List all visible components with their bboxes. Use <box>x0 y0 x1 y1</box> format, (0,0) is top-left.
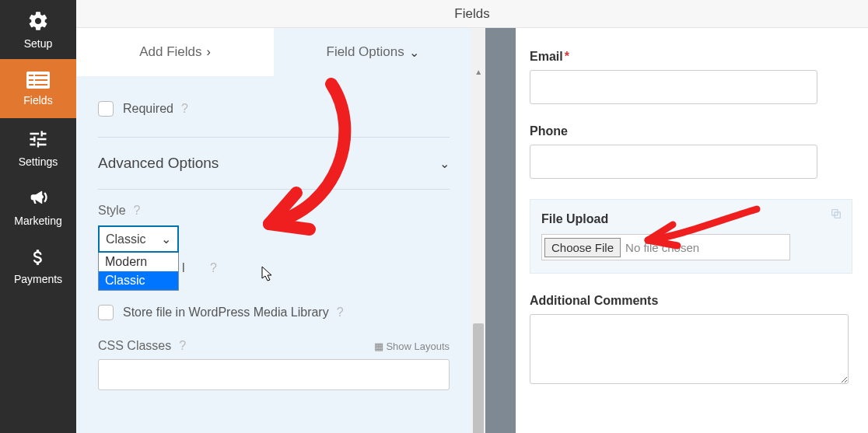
chevron-down-icon: ⌄ <box>439 156 450 171</box>
help-icon[interactable]: ? <box>337 306 344 320</box>
header: Fields <box>76 0 868 28</box>
svg-rect-1 <box>29 75 33 76</box>
form-preview: Email* Phone File Upload Choose File No … <box>516 28 868 433</box>
style-dropdown: Modern Classic <box>98 253 179 291</box>
sidebar-item-label: Fields <box>23 94 52 107</box>
file-input[interactable]: Choose File No file chosen <box>541 234 790 260</box>
sidebar-item-label: Marketing <box>14 215 61 227</box>
panel-divider <box>485 28 516 433</box>
style-option-modern[interactable]: Modern <box>99 253 178 271</box>
chevron-right-icon: › <box>207 45 211 59</box>
dollar-icon <box>28 247 48 270</box>
comments-textarea[interactable] <box>530 314 849 384</box>
duplicate-icon[interactable] <box>830 208 842 223</box>
help-icon[interactable]: ? <box>210 261 217 275</box>
help-icon[interactable]: ? <box>134 204 141 218</box>
email-field-group: Email* <box>530 50 852 104</box>
help-icon[interactable]: ? <box>179 339 186 353</box>
show-layouts-link[interactable]: ▦Show Layouts <box>374 340 450 352</box>
panel-tabs: Add Fields › Field Options ⌄ <box>76 28 471 76</box>
svg-rect-2 <box>35 75 47 76</box>
scroll-up-icon[interactable]: ▲ <box>471 65 485 79</box>
hidden-label-partial: l <box>182 261 185 275</box>
chevron-down-icon: ⌄ <box>161 232 171 246</box>
grid-icon: ▦ <box>374 340 383 352</box>
options-panel: Add Fields › Field Options ⌄ Required ? … <box>76 0 471 433</box>
required-row: Required ? <box>98 92 450 126</box>
style-select[interactable]: Classic ⌄ <box>98 225 179 253</box>
style-label: Style <box>98 204 126 218</box>
advanced-options-toggle[interactable]: Advanced Options ⌄ <box>98 137 450 190</box>
sidebar-item-setup[interactable]: Setup <box>0 0 76 59</box>
store-file-row: Store file in WordPress Media Library ? <box>98 295 450 330</box>
svg-rect-3 <box>29 79 33 81</box>
css-classes-input[interactable] <box>98 359 450 390</box>
sidebar-item-label: Payments <box>14 273 62 285</box>
style-selected-value: Classic <box>106 232 146 246</box>
required-checkbox[interactable] <box>98 101 114 117</box>
phone-field-group: Phone <box>530 124 852 179</box>
file-upload-field[interactable]: File Upload Choose File No file chosen <box>530 199 852 274</box>
sidebar-item-marketing[interactable]: Marketing <box>0 177 76 236</box>
list-icon <box>26 72 50 91</box>
email-input[interactable] <box>530 70 817 104</box>
comments-field-group: Additional Comments <box>530 294 852 387</box>
store-file-label: Store file in WordPress Media Library <box>123 306 329 320</box>
email-label: Email* <box>530 50 852 64</box>
required-label: Required <box>123 102 173 116</box>
gear-icon <box>27 10 49 34</box>
sidebar: Setup Fields Settings Marketing Payments <box>0 0 76 433</box>
bullhorn-icon <box>27 187 49 211</box>
tab-label: Add Fields <box>139 44 201 60</box>
svg-rect-4 <box>35 79 47 81</box>
no-file-text: No file chosen <box>625 241 699 254</box>
scrollbar-thumb[interactable] <box>473 323 484 433</box>
phone-input[interactable] <box>530 145 817 179</box>
tab-label: Field Options <box>327 44 404 60</box>
page-title: Fields <box>454 6 489 22</box>
sidebar-item-label: Settings <box>19 155 58 168</box>
sliders-icon <box>27 128 49 152</box>
svg-rect-5 <box>29 84 33 86</box>
required-asterisk: * <box>565 50 569 63</box>
tab-field-options[interactable]: Field Options ⌄ <box>274 28 471 76</box>
options-scrollbar[interactable]: ▲ <box>471 28 485 433</box>
sidebar-item-label: Setup <box>24 37 53 50</box>
choose-file-button[interactable]: Choose File <box>544 238 621 257</box>
file-upload-label: File Upload <box>541 212 841 226</box>
chevron-down-icon: ⌄ <box>409 45 419 60</box>
advanced-options-label: Advanced Options <box>98 155 219 172</box>
store-file-checkbox[interactable] <box>98 305 114 320</box>
tab-add-fields[interactable]: Add Fields › <box>76 28 274 76</box>
css-classes-label: CSS Classes <box>98 339 171 353</box>
comments-label: Additional Comments <box>530 294 852 308</box>
style-label-row: Style ? <box>98 190 450 225</box>
phone-label: Phone <box>530 124 852 138</box>
sidebar-item-settings[interactable]: Settings <box>0 118 76 177</box>
sidebar-item-payments[interactable]: Payments <box>0 236 76 295</box>
sidebar-item-fields[interactable]: Fields <box>0 59 76 118</box>
svg-rect-6 <box>35 84 47 86</box>
help-icon[interactable]: ? <box>181 102 188 116</box>
style-option-classic[interactable]: Classic <box>99 271 178 290</box>
